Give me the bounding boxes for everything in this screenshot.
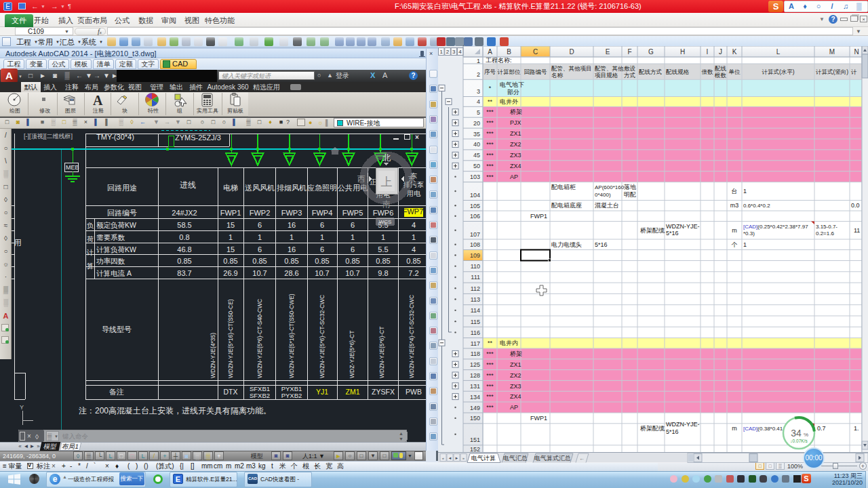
svg-text:%: % (804, 432, 808, 438)
svg-text:FWP1: FWP1 (220, 209, 241, 217)
svg-text:ZX4: ZX4 (510, 163, 521, 169)
svg-text:电井内: 电井内 (500, 340, 518, 346)
svg-text:5.5: 5.5 (378, 245, 388, 253)
svg-text:[CAD](0.38*0.41: [CAD](0.38*0.41 (743, 426, 783, 432)
svg-text:计算电流 A: 计算电流 A (96, 269, 132, 277)
svg-text:6: 6 (351, 245, 355, 253)
svg-text:ZX3: ZX3 (510, 152, 521, 159)
svg-text:26.9: 26.9 (223, 269, 237, 277)
svg-text:WCS: WCS (379, 219, 392, 225)
svg-text:个: 个 (732, 241, 738, 248)
svg-text:WDZ-YJE(5*6)-CT: WDZ-YJE(5*6)-CT (349, 331, 355, 378)
svg-text:键入命令: 键入命令 (62, 432, 89, 440)
svg-text:111: 111 (471, 274, 480, 281)
svg-text:0.85: 0.85 (406, 257, 420, 265)
svg-text:10.7: 10.7 (345, 269, 359, 277)
svg-text:0.85: 0.85 (284, 257, 298, 265)
svg-text:电井外: 电井外 (500, 98, 519, 105)
svg-text:107: 107 (470, 231, 480, 238)
svg-text:L: L (776, 48, 781, 56)
svg-text:1: 1 (258, 233, 262, 241)
svg-text:***: *** (486, 174, 494, 180)
svg-text:m3: m3 (730, 202, 739, 209)
svg-text:***: *** (486, 141, 494, 148)
svg-text:◄: ◄ (448, 456, 452, 460)
svg-text:1: 1 (381, 233, 385, 241)
svg-text:0.85: 0.85 (345, 257, 359, 265)
svg-text:113: 113 (471, 296, 480, 303)
svg-text:ZX1: ZX1 (510, 361, 521, 368)
svg-text:16: 16 (288, 221, 296, 229)
svg-text:150: 150 (470, 415, 480, 422)
svg-text:AP(600*160: AP(600*160 (595, 184, 625, 190)
svg-text:ZX1: ZX1 (510, 130, 521, 137)
svg-text:83.7: 83.7 (177, 269, 191, 277)
svg-text:***: *** (486, 404, 494, 411)
svg-text:**: ** (488, 340, 493, 346)
svg-text:▲: ▲ (399, 431, 403, 436)
svg-text:115: 115 (471, 319, 480, 325)
svg-text:5: 5 (477, 109, 480, 116)
svg-text:134: 134 (470, 394, 480, 401)
svg-text:J: J (719, 48, 722, 56)
svg-text:单位: 单位 (729, 68, 741, 75)
svg-text:FWP3: FWP3 (281, 209, 302, 217)
svg-text:WDZN-YJE(5*6)-CT-SC32-CWC: WDZN-YJE(5*6)-CT-SC32-CWC (319, 295, 326, 378)
svg-text:WDZN-YJE(5*16)-CT(S50-CWE): WDZN-YJE(5*16)-CT(S50-CWE) (288, 293, 295, 378)
svg-text:3: 3 (477, 88, 480, 95)
svg-text:TMY-(30*4): TMY-(30*4) (96, 133, 134, 141)
svg-text:**: ** (488, 98, 493, 105)
svg-text:◊: ◊ (35, 433, 39, 441)
svg-text:131: 131 (470, 383, 480, 390)
svg-text:1: 1 (477, 58, 480, 64)
svg-text:桥架配缆: 桥架配缆 (640, 425, 665, 432)
svg-text:0.85: 0.85 (177, 257, 191, 265)
svg-text:0.7: 0.7 (817, 425, 826, 432)
svg-text:FWP4: FWP4 (312, 209, 333, 217)
svg-text:×: × (27, 432, 31, 440)
svg-text:5*16: 5*16 (595, 241, 608, 248)
svg-text:WDZN-YJE-: WDZN-YJE- (666, 421, 700, 428)
svg-text:计算式(水平): 计算式(水平) (762, 68, 794, 75)
svg-text:计算部位: 计算部位 (498, 68, 521, 75)
svg-text:FWP1: FWP1 (530, 415, 547, 422)
svg-text:ZX2: ZX2 (510, 141, 521, 148)
svg-text:m: m (732, 425, 737, 432)
svg-text:PJX: PJX (510, 119, 521, 126)
svg-text:20: 20 (473, 120, 480, 127)
svg-text:计算负荷KW: 计算负荷KW (96, 245, 136, 253)
svg-text:需要系数: 需要系数 (96, 233, 125, 241)
svg-text:►: ► (455, 456, 459, 460)
svg-text:上: 上 (381, 176, 393, 188)
svg-text:WDZN-YJE(4*35): WDZN-YJE(4*35) (210, 333, 216, 378)
svg-text:电力电缆头: 电力电缆头 (551, 241, 582, 248)
svg-text:WDZN-YJE(5*16)-CT(S50-CE): WDZN-YJE(5*16)-CT(S50-CE) (227, 299, 234, 378)
svg-text:北: 北 (382, 153, 391, 163)
svg-text:N: N (854, 48, 859, 56)
svg-text:西: 西 (357, 174, 366, 184)
svg-text:4: 4 (477, 98, 480, 105)
svg-text:1: 1 (412, 233, 416, 241)
svg-text:YJ1: YJ1 (316, 388, 328, 396)
svg-text:台: 台 (732, 188, 738, 195)
svg-text:***: *** (486, 372, 494, 379)
svg-text:***: *** (486, 108, 494, 115)
svg-text:送风风机: 送风风机 (245, 184, 275, 192)
svg-text:1: 1 (351, 233, 355, 241)
svg-text:16: 16 (288, 245, 296, 253)
svg-text:PWB: PWB (406, 388, 422, 396)
svg-text:K: K (732, 48, 737, 56)
svg-text:6: 6 (258, 221, 262, 229)
svg-text:6: 6 (351, 221, 355, 229)
svg-text:A: A (488, 48, 492, 56)
svg-text:配线: 配线 (715, 65, 727, 72)
svg-text:58.5: 58.5 (177, 221, 191, 229)
svg-text:0.0: 0.0 (851, 202, 860, 209)
svg-text:电梯: 电梯 (223, 184, 238, 192)
svg-text:1.: 1. (854, 425, 859, 432)
svg-text:混凝土台: 混凝土台 (595, 202, 619, 209)
svg-text:A: A (93, 93, 103, 108)
svg-text:落地: 落地 (624, 184, 636, 190)
svg-text:[-][顶视][二维线框]: [-][顶视][二维线框] (24, 133, 73, 140)
svg-text:ZYMS-25ZJ/3: ZYMS-25ZJ/3 (175, 134, 221, 142)
